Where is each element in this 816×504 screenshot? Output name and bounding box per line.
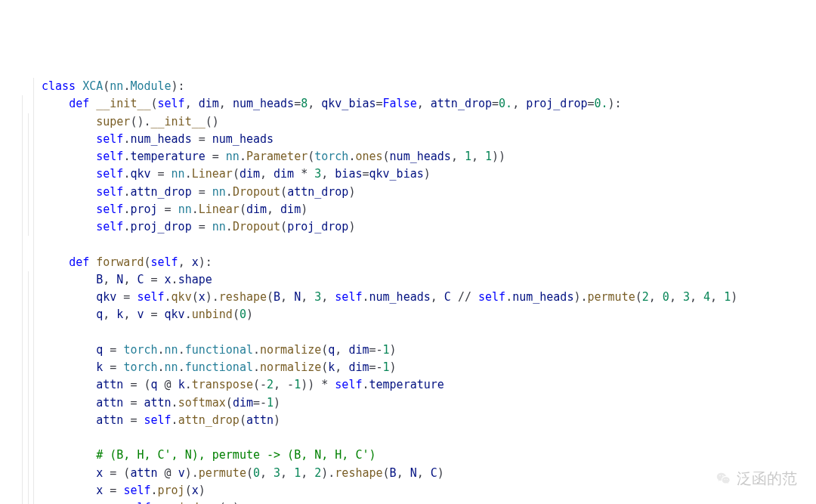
indent-guide [11,148,34,165]
code-content: B, N, C = x.shape [42,271,212,289]
code-content: super().__init__() [42,113,219,131]
code-content: attn = attn.softmax(dim=-1) [42,394,280,412]
code-line: self.proj = nn.Linear(dim, dim) [11,201,805,218]
code-line: def __init__(self, dim, num_heads=8, qkv… [11,95,805,113]
indent-guide [11,429,34,447]
code-content: attn = (q @ k.transpose(-2, -1)) * self.… [42,376,444,394]
code-line [11,236,805,253]
indent-guide [11,359,34,376]
code-line: q = torch.nn.functional.normalize(q, dim… [11,342,805,359]
code-content: self.num_heads = num_heads [42,131,274,148]
indent-guide [11,254,34,271]
indent-guide [11,271,34,289]
code-content: self.attn_drop = nn.Dropout(attn_drop) [42,184,355,201]
code-line: self.attn_drop = nn.Dropout(attn_drop) [11,184,805,201]
code-line: qkv = self.qkv(x).reshape(B, N, 3, self.… [11,289,805,306]
code-content: attn = self.attn_drop(attn) [42,412,280,429]
code-line: x = (attn @ v).permute(0, 3, 1, 2).resha… [11,465,805,482]
indent-guide [11,218,34,236]
watermark-text: 泛函的范 [737,467,797,490]
code-line: self.qkv = nn.Linear(dim, dim * 3, bias=… [11,165,805,183]
indent-guide [11,289,34,306]
code-line: attn = (q @ k.transpose(-2, -1)) * self.… [11,376,805,394]
indent-guide [11,78,34,95]
code-line: super().__init__() [11,113,805,131]
indent-guide [11,201,34,218]
indent-guide [11,376,34,394]
code-content: # (B, H, C', N), permute -> (B, N, H, C'… [42,447,376,464]
code-content [42,429,96,447]
indent-guide [11,394,34,412]
indent-guide [11,447,34,464]
code-content: self.proj = nn.Linear(dim, dim) [42,201,308,218]
code-content: q = torch.nn.functional.normalize(q, dim… [42,342,397,359]
code-line: x = self.proj_drop(x) [11,499,805,504]
code-content: k = torch.nn.functional.normalize(k, dim… [42,359,397,376]
indent-guide [11,499,34,504]
code-line: B, N, C = x.shape [11,271,805,289]
code-line: class XCA(nn.Module): [11,78,805,95]
indent-guide [11,306,34,323]
code-content [42,236,69,253]
code-content [42,324,96,342]
code-content: self.qkv = nn.Linear(dim, dim * 3, bias=… [42,165,431,183]
code-line: q, k, v = qkv.unbind(0) [11,306,805,323]
code-line [11,429,805,447]
code-content: self.temperature = nn.Parameter(torch.on… [42,148,505,165]
code-line: self.proj_drop = nn.Dropout(proj_drop) [11,218,805,236]
code-content: class XCA(nn.Module): [42,78,185,95]
code-line: self.temperature = nn.Parameter(torch.on… [11,148,805,165]
code-line: # (B, H, C', N), permute -> (B, N, H, C'… [11,447,805,464]
code-line: def forward(self, x): [11,254,805,271]
indent-guide [11,412,34,429]
indent-guide [11,342,34,359]
indent-guide [11,113,34,131]
code-content: x = (attn @ v).permute(0, 3, 1, 2).resha… [42,465,444,482]
indent-guide [11,131,34,148]
code-line [11,324,805,342]
code-content: def forward(self, x): [42,254,212,271]
code-content: qkv = self.qkv(x).reshape(B, N, 3, self.… [42,289,737,306]
indent-guide [11,95,34,113]
code-line: k = torch.nn.functional.normalize(k, dim… [11,359,805,376]
code-block: class XCA(nn.Module): def __init__(self,… [11,78,805,504]
indent-guide [11,236,34,253]
code-content: def __init__(self, dim, num_heads=8, qkv… [42,95,622,113]
code-content: x = self.proj(x) [42,482,206,499]
indent-guide [11,184,34,201]
indent-guide [11,324,34,342]
indent-guide [11,165,34,183]
code-line: attn = attn.softmax(dim=-1) [11,394,805,412]
code-line: x = self.proj(x) [11,482,805,499]
code-content: self.proj_drop = nn.Dropout(proj_drop) [42,218,355,236]
code-content: q, k, v = qkv.unbind(0) [42,306,253,323]
wechat-icon [716,471,732,487]
code-content: x = self.proj_drop(x) [42,499,240,504]
indent-guide [11,482,34,499]
watermark: 泛函的范 [716,467,797,490]
indent-guide [11,465,34,482]
code-line: attn = self.attn_drop(attn) [11,412,805,429]
code-line: self.num_heads = num_heads [11,131,805,148]
